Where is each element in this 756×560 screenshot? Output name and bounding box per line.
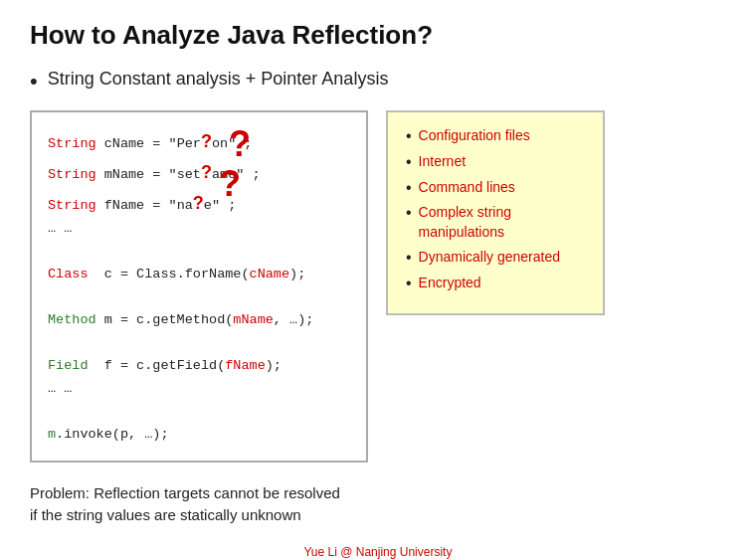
footer-suffix: njing University (371, 545, 452, 559)
code-line-empty3 (48, 332, 350, 355)
content-row: ? ? String cName = "Per?on" ; String mNa… (30, 110, 726, 462)
code-line-1: String cName = "Per?on" ; (48, 126, 350, 157)
problem-line1: Problem: Reflection targets cannot be re… (30, 484, 340, 501)
info-list: Configuration filesInternetCommand lines… (406, 126, 585, 292)
info-list-item: Encrypted (406, 274, 585, 293)
code-line-empty2 (48, 286, 350, 309)
page-title: How to Analyze Java Reflection? (30, 20, 726, 51)
problem-text: Problem: Reflection targets cannot be re… (30, 482, 726, 527)
info-box: Configuration filesInternetCommand lines… (386, 110, 605, 314)
info-list-item: Internet (406, 152, 585, 172)
main-bullet-text: String Constant analysis + Pointer Analy… (48, 69, 389, 90)
code-line-3: String fName = "na?e" ; (48, 188, 350, 219)
code-line-6: Method m = c.getMethod(mName, …); (48, 309, 350, 332)
footer: Yue Li @ Nanjing University (30, 545, 726, 559)
problem-line2: if the string values are statically unkn… (30, 506, 301, 523)
footer-prefix: Yue Li @ N (304, 545, 365, 559)
info-list-item: Command lines (406, 178, 585, 198)
info-list-item: Dynamically generated (406, 248, 585, 268)
code-line-empty4 (48, 401, 350, 424)
code-line-9: m.invoke(p, …); (48, 424, 350, 447)
code-line-empty1 (48, 241, 350, 264)
code-box: ? ? String cName = "Per?on" ; String mNa… (30, 110, 368, 462)
main-bullet: String Constant analysis + Pointer Analy… (30, 69, 726, 94)
code-line-7: Field f = c.getField(fName); (48, 355, 350, 378)
code-line-8: … … (48, 378, 350, 401)
code-line-4: … … (48, 218, 350, 241)
code-line-5: Class c = Class.forName(cName); (48, 264, 350, 286)
code-line-2: String mName = "set?ame" ; (48, 157, 350, 188)
info-list-item: Complex string manipulations (406, 203, 585, 242)
info-list-item: Configuration files (406, 126, 585, 146)
